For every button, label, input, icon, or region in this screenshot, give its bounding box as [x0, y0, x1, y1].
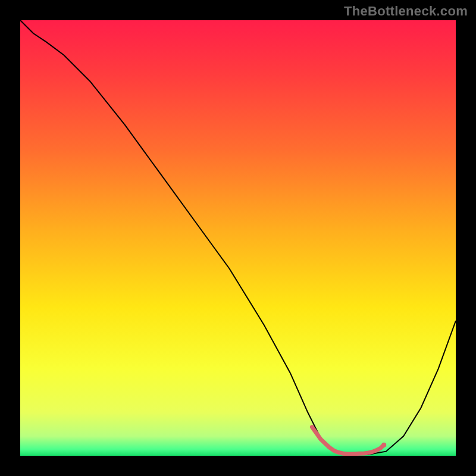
- chart-container: TheBottleneck.com: [0, 0, 476, 476]
- chart-svg: [20, 20, 456, 456]
- plot-area: [20, 20, 456, 456]
- gradient-background: [20, 20, 456, 456]
- series-optimal-range-end-dot: [381, 443, 386, 447]
- watermark: TheBottleneck.com: [344, 4, 468, 19]
